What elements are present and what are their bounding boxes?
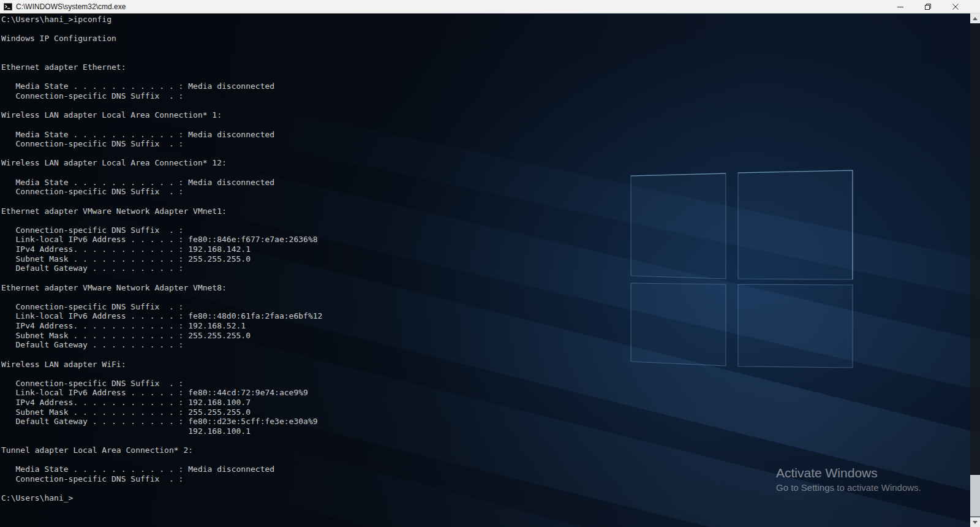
- window-controls: [886, 0, 980, 13]
- arrow-up-icon: [973, 17, 978, 20]
- close-icon: [952, 4, 959, 10]
- window-title: C:\WINDOWS\system32\cmd.exe: [16, 2, 126, 11]
- scroll-up-button[interactable]: [970, 13, 980, 23]
- scroll-down-button[interactable]: [970, 517, 980, 527]
- watermark-title: Activate Windows: [776, 466, 921, 480]
- cmd-icon: [4, 2, 12, 11]
- close-button[interactable]: [941, 0, 969, 13]
- restore-icon: [925, 4, 931, 10]
- watermark-subtitle: Go to Settings to activate Windows.: [776, 482, 921, 493]
- console-area[interactable]: C:\Users\hani_>ipconfig Windows IP Confi…: [0, 13, 980, 527]
- activate-windows-watermark: Activate Windows Go to Settings to activ…: [776, 466, 921, 493]
- title-bar[interactable]: C:\WINDOWS\system32\cmd.exe: [0, 0, 980, 13]
- terminal-output: C:\Users\hani_>ipconfig Windows IP Confi…: [1, 15, 322, 503]
- minimize-button[interactable]: [886, 0, 914, 13]
- cmd-window: C:\WINDOWS\system32\cmd.exe: [0, 0, 980, 527]
- minimize-icon: [897, 4, 903, 10]
- scrollbar-thumb[interactable]: [970, 475, 980, 517]
- vertical-scrollbar[interactable]: [970, 13, 980, 527]
- arrow-down-icon: [973, 521, 978, 524]
- restore-button[interactable]: [914, 0, 941, 13]
